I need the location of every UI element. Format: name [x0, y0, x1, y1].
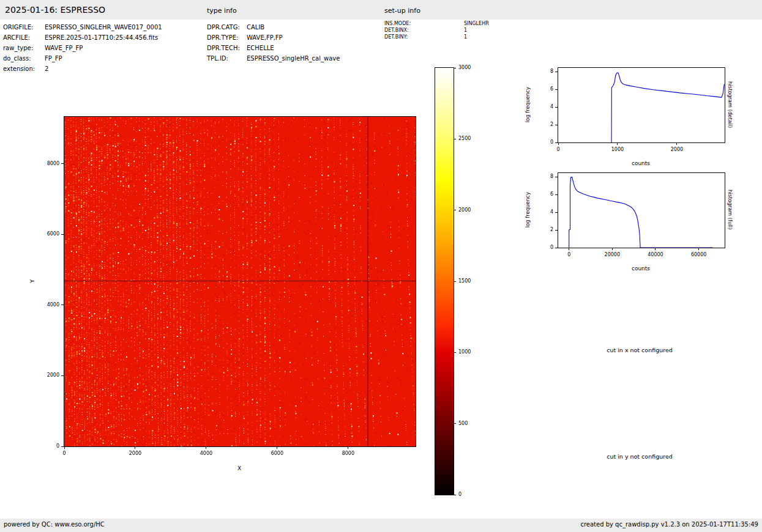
y-tick-mark: [555, 125, 558, 125]
y-tick-mark: [61, 305, 64, 305]
x-tick-mark: [676, 142, 677, 145]
field-value: WAVE,FP,FP: [247, 34, 283, 41]
colorbar-tick-label: 2500: [458, 136, 483, 142]
cut-x-message: cut in x not configured: [563, 347, 716, 353]
y-tick-mark: [555, 230, 558, 231]
y-tick-mark: [555, 212, 558, 213]
colorbar-tick-label: 1500: [458, 278, 483, 284]
y-axis-label: Y: [28, 116, 37, 446]
colorbar-tick-mark: [454, 352, 456, 353]
y-tick-mark: [555, 194, 558, 195]
field-value: ESPRESSO_singleHR_cal_wave: [247, 55, 340, 62]
y-tick-label: 8: [532, 174, 553, 180]
x-tick-label: 40000: [642, 252, 669, 258]
x-tick-mark: [612, 248, 613, 250]
field-value: ESPRE.2025-01-17T10:25:44.456.fits: [45, 34, 158, 41]
colorbar-tick-mark: [454, 210, 456, 210]
colorbar-tick-label: 0: [458, 492, 483, 498]
colorbar-gradient: [435, 68, 454, 495]
x-tick-label: 2000: [122, 451, 149, 457]
setup-info-block: INS.MODE:SINGLEHR DET.BINX:1 DET.BINY:1: [384, 20, 489, 40]
field-value: 1: [464, 28, 467, 33]
field-arcfile: ARCFILE:ESPRE.2025-01-17T10:25:44.456.fi…: [3, 32, 162, 43]
page-title: 2025-01-16: ESPRESSO: [5, 5, 105, 15]
y-tick-mark: [61, 375, 64, 376]
histogram-full-xlabel: counts: [558, 265, 724, 272]
field-dpr-tech: DPR.TECH:ECHELLE: [207, 43, 340, 53]
x-tick-label: 60000: [685, 252, 712, 258]
y-tick-label: 2000: [39, 372, 59, 379]
y-tick-label: 4: [532, 209, 553, 215]
field-value: FP_FP: [45, 55, 62, 62]
y-tick-mark: [555, 107, 558, 108]
x-axis-label: X: [64, 465, 415, 471]
y-tick-mark: [61, 234, 64, 235]
colorbar: 050010001500200025003000: [435, 67, 454, 495]
y-tick-mark: [555, 142, 558, 143]
field-value: 1: [464, 34, 467, 40]
field-label: DET.BINY:: [384, 34, 464, 40]
field-label: TPL.ID:: [207, 53, 247, 64]
colorbar-tick-label: 1000: [458, 349, 483, 355]
field-value: SINGLEHR: [464, 21, 489, 26]
x-tick-mark: [617, 142, 618, 145]
x-tick-label: 2000: [663, 147, 690, 153]
footer-left-text: powered by QC: www.eso.org/HC: [4, 521, 105, 528]
x-tick-label: 0: [51, 451, 78, 457]
y-tick-label: 0: [532, 139, 553, 146]
field-label: ARCFILE:: [3, 32, 45, 43]
y-tick-mark: [555, 72, 558, 72]
x-tick-label: 1000: [604, 147, 631, 153]
type-info-heading: type info: [207, 7, 237, 15]
field-value: CALIB: [247, 24, 264, 31]
x-tick-mark: [569, 248, 569, 250]
histogram-curve: [558, 173, 725, 248]
histogram-detail-plot: 01000200002468: [558, 67, 725, 143]
histogram-full-plot: 020000400006000002468: [558, 172, 725, 248]
y-tick-mark: [61, 163, 64, 164]
file-info-block: ORIGFILE:ESPRESSO_SINGLEHR_WAVE017_0001 …: [3, 22, 162, 74]
x-tick-label: 4000: [193, 451, 220, 457]
colorbar-tick-mark: [454, 139, 456, 139]
x-tick-label: 0: [556, 252, 583, 258]
histogram-full-ylabel: log frequency: [523, 172, 532, 247]
field-label: DPR.TECH:: [207, 43, 247, 53]
histogram-full-title: histogram (full): [726, 172, 734, 247]
field-extension: extension:2: [3, 64, 162, 74]
x-tick-mark: [135, 446, 135, 449]
field-dpr-type: DPR.TYPE:WAVE,FP,FP: [207, 32, 340, 43]
x-tick-mark: [558, 142, 559, 145]
colorbar-tick-label: 3000: [458, 65, 483, 71]
field-dpr-catg: DPR.CATG:CALIB: [207, 22, 340, 32]
cut-y-message: cut in y not configured: [563, 453, 716, 460]
y-tick-mark: [555, 177, 558, 177]
y-tick-mark: [61, 446, 64, 447]
field-value: ESPRESSO_SINGLEHR_WAVE017_0001: [45, 24, 162, 31]
y-tick-label: 4000: [39, 302, 59, 308]
x-tick-mark: [655, 248, 656, 250]
y-tick-label: 8: [532, 68, 553, 75]
x-tick-mark: [206, 446, 206, 449]
histogram-curve: [558, 68, 725, 142]
field-label: ORIGFILE:: [3, 22, 45, 32]
x-tick-label: 8000: [335, 451, 362, 457]
x-tick-label: 20000: [599, 252, 626, 258]
field-value: WAVE_FP_FP: [45, 45, 83, 51]
colorbar-tick-label: 500: [458, 421, 483, 427]
x-tick-label: 6000: [264, 451, 291, 457]
field-raw-type: raw_type:WAVE_FP_FP: [3, 43, 162, 53]
field-det-biny: DET.BINY:1: [384, 34, 489, 40]
x-tick-label: 0: [545, 147, 572, 153]
setup-info-heading: set-up info: [384, 7, 420, 15]
y-tick-label: 0: [39, 443, 59, 449]
field-label: DET.BINX:: [384, 27, 464, 34]
field-label: DPR.TYPE:: [207, 32, 247, 43]
header-bar: [0, 0, 762, 20]
field-value: 2: [45, 65, 48, 72]
colorbar-tick-mark: [454, 281, 456, 282]
y-tick-label: 2: [532, 122, 553, 128]
field-label: raw_type:: [3, 43, 45, 53]
y-tick-label: 0: [532, 245, 553, 251]
field-origfile: ORIGFILE:ESPRESSO_SINGLEHR_WAVE017_0001: [3, 22, 162, 32]
x-tick-mark: [698, 248, 699, 250]
